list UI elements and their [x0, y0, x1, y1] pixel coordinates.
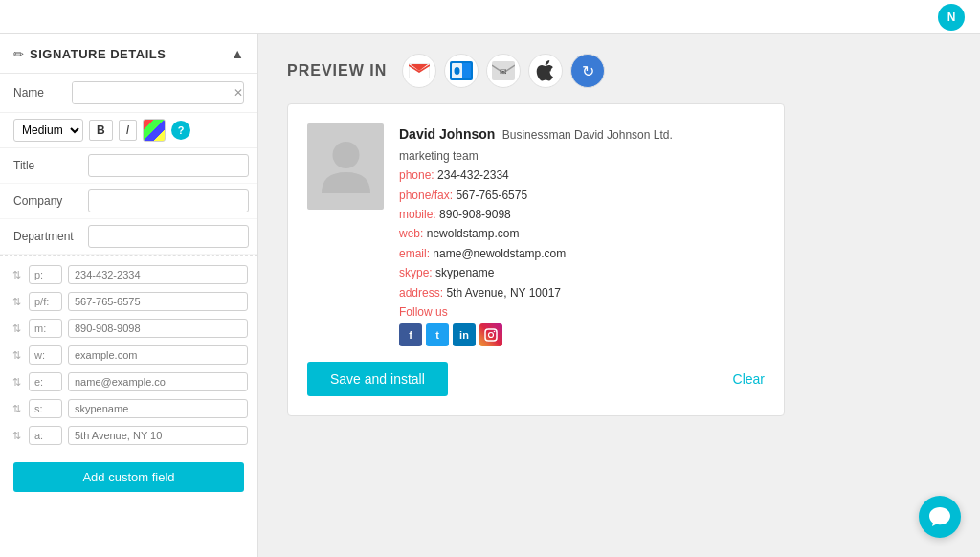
phone-field-a: ⇅ [0, 422, 257, 449]
sig-follow-us: Follow us [399, 302, 765, 322]
phone-field-m: ⇅ [0, 315, 257, 342]
department-field: Department [0, 219, 257, 255]
sig-email-label: email: [399, 247, 430, 260]
svg-rect-7 [485, 329, 497, 341]
company-input[interactable] [88, 189, 249, 212]
phone-value-a[interactable] [68, 426, 248, 445]
sig-address-label: address: [399, 286, 443, 300]
drag-handle-e[interactable]: ⇅ [10, 376, 23, 389]
mail-icon[interactable]: ✉ [486, 54, 521, 88]
sig-skype-row: skype: skypename [399, 263, 765, 282]
svg-point-9 [494, 331, 496, 333]
sig-address-value: 5th Avenue, NY 10017 [446, 286, 561, 300]
sidebar-header: ✏ SIGNATURE DETAILS ▲ [0, 34, 257, 74]
phone-value-w[interactable] [68, 345, 248, 365]
sig-skype-value: skypename [435, 266, 494, 279]
color-picker-icon[interactable] [143, 119, 166, 142]
sig-web-label: web: [399, 227, 423, 240]
sig-skype-label: skype: [399, 266, 433, 279]
chat-bubble[interactable] [919, 496, 961, 538]
phone-value-e[interactable] [68, 372, 248, 391]
sidebar-title: SIGNATURE DETAILS [30, 47, 166, 61]
social-linkedin-icon[interactable]: in [453, 323, 476, 346]
sig-avatar [307, 123, 384, 210]
bold-button[interactable]: B [89, 120, 113, 141]
svg-rect-3 [462, 63, 471, 78]
help-icon[interactable]: ? [171, 121, 190, 140]
sig-info: David Johnson Businessman David Johnson … [399, 123, 765, 346]
phone-label-w[interactable] [29, 345, 62, 365]
drag-handle-s[interactable]: ⇅ [10, 403, 23, 415]
add-field-button[interactable]: Add custom field [13, 462, 244, 492]
sig-web-value: newoldstamp.com [427, 227, 520, 240]
sidebar-header-left: ✏ SIGNATURE DETAILS [13, 47, 166, 61]
phone-value-p[interactable] [68, 265, 248, 284]
collapse-icon[interactable]: ▲ [231, 46, 244, 61]
sig-content: David Johnson Businessman David Johnson … [307, 123, 765, 346]
name-clear-icon[interactable]: ✕ [228, 82, 244, 103]
apple-icon[interactable] [528, 54, 563, 88]
phone-label-p[interactable] [29, 265, 62, 284]
sig-phonefax-row: phone/fax: 567-765-6575 [399, 186, 765, 205]
italic-button[interactable]: I [119, 120, 137, 141]
clear-button[interactable]: Clear [733, 371, 765, 387]
outlook-icon[interactable] [444, 54, 479, 88]
preview-icons: ✉ ↻ [402, 54, 605, 88]
sig-mobile-value: 890-908-9098 [439, 208, 511, 221]
sig-phone-value: 234-432-2334 [437, 168, 509, 182]
department-label: Department [13, 230, 80, 243]
phone-value-s[interactable] [68, 399, 248, 418]
edit-icon: ✏ [13, 47, 24, 61]
drag-handle-a[interactable]: ⇅ [10, 430, 23, 442]
company-label: Company [13, 194, 80, 208]
drag-handle-w[interactable]: ⇅ [10, 349, 23, 362]
title-label: Title [13, 159, 80, 172]
sig-team: marketing team [399, 146, 765, 166]
sig-address-row: address: 5th Avenue, NY 10017 [399, 283, 765, 302]
phone-section: ⇅ ⇅ ⇅ ⇅ ⇅ [0, 255, 257, 455]
phone-label-e[interactable] [29, 372, 62, 391]
social-facebook-icon[interactable]: f [399, 323, 422, 346]
signature-box: David Johnson Businessman David Johnson … [287, 103, 785, 416]
size-select[interactable]: Medium Small Large [13, 119, 83, 142]
phone-field-e: ⇅ [0, 368, 257, 395]
save-install-button[interactable]: Save and install [307, 362, 448, 396]
sig-name-row: David Johnson Businessman David Johnson … [399, 123, 765, 146]
phone-label-m[interactable] [29, 319, 62, 338]
other-icon[interactable]: ↻ [570, 54, 605, 88]
content-area: PREVIEW IN [258, 34, 980, 557]
sig-email-value: name@newoldstamp.com [433, 247, 566, 260]
title-input[interactable] [88, 154, 249, 177]
drag-handle-m[interactable]: ⇅ [10, 323, 23, 335]
sig-phonefax-label: phone/fax: [399, 189, 453, 202]
phone-field-p: ⇅ [0, 261, 257, 288]
sig-social-icons: f t in [399, 323, 765, 346]
gmail-icon[interactable] [402, 54, 436, 88]
sig-phone-row: phone: 234-432-2334 [399, 166, 765, 185]
svg-text:✉: ✉ [500, 67, 507, 77]
sig-mobile-row: mobile: 890-908-9098 [399, 205, 765, 224]
phone-field-pf: ⇅ [0, 288, 257, 315]
phone-value-m[interactable] [68, 319, 248, 338]
drag-handle-p[interactable]: ⇅ [10, 269, 23, 281]
main-layout: ✏ SIGNATURE DETAILS ▲ Name ✕ Medium Smal… [0, 34, 980, 557]
svg-point-2 [455, 67, 460, 75]
name-input-wrapper: ✕ [72, 81, 244, 104]
phone-value-pf[interactable] [68, 292, 248, 311]
name-input[interactable] [73, 82, 228, 103]
sig-name: David Johnson [399, 126, 495, 142]
phone-label-a[interactable] [29, 426, 62, 445]
social-twitter-icon[interactable]: t [426, 323, 449, 346]
sidebar: ✏ SIGNATURE DETAILS ▲ Name ✕ Medium Smal… [0, 34, 258, 557]
sig-web-row: web: newoldstamp.com [399, 224, 765, 243]
phone-label-pf[interactable] [29, 292, 62, 311]
drag-handle-pf[interactable]: ⇅ [10, 296, 23, 308]
phone-field-s: ⇅ [0, 395, 257, 422]
logo: N [938, 4, 965, 31]
department-input[interactable] [88, 225, 249, 248]
sig-phonefax-value: 567-765-6575 [456, 189, 527, 202]
svg-point-6 [332, 142, 359, 168]
action-row: Save and install Clear [307, 362, 765, 396]
social-instagram-icon[interactable] [479, 323, 502, 346]
phone-label-s[interactable] [29, 399, 62, 418]
